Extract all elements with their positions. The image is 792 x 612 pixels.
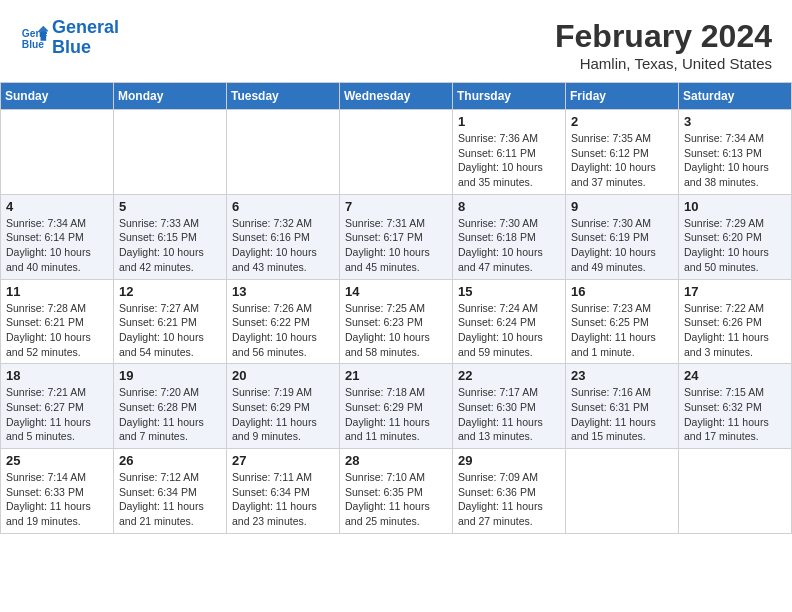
calendar-table: SundayMondayTuesdayWednesdayThursdayFrid… [0,82,792,534]
calendar-cell: 22Sunrise: 7:17 AM Sunset: 6:30 PM Dayli… [453,364,566,449]
day-info: Sunrise: 7:09 AM Sunset: 6:36 PM Dayligh… [458,470,560,529]
main-title: February 2024 [555,18,772,55]
calendar-cell: 14Sunrise: 7:25 AM Sunset: 6:23 PM Dayli… [340,279,453,364]
day-info: Sunrise: 7:14 AM Sunset: 6:33 PM Dayligh… [6,470,108,529]
calendar-cell: 21Sunrise: 7:18 AM Sunset: 6:29 PM Dayli… [340,364,453,449]
day-info: Sunrise: 7:20 AM Sunset: 6:28 PM Dayligh… [119,385,221,444]
day-number: 6 [232,199,334,214]
day-info: Sunrise: 7:11 AM Sunset: 6:34 PM Dayligh… [232,470,334,529]
calendar-cell: 9Sunrise: 7:30 AM Sunset: 6:19 PM Daylig… [566,194,679,279]
weekday-header-row: SundayMondayTuesdayWednesdayThursdayFrid… [1,83,792,110]
calendar-week-5: 25Sunrise: 7:14 AM Sunset: 6:33 PM Dayli… [1,449,792,534]
day-info: Sunrise: 7:22 AM Sunset: 6:26 PM Dayligh… [684,301,786,360]
calendar-week-1: 1Sunrise: 7:36 AM Sunset: 6:11 PM Daylig… [1,110,792,195]
calendar-cell [340,110,453,195]
subtitle: Hamlin, Texas, United States [555,55,772,72]
day-info: Sunrise: 7:29 AM Sunset: 6:20 PM Dayligh… [684,216,786,275]
day-number: 5 [119,199,221,214]
calendar-cell: 2Sunrise: 7:35 AM Sunset: 6:12 PM Daylig… [566,110,679,195]
day-info: Sunrise: 7:19 AM Sunset: 6:29 PM Dayligh… [232,385,334,444]
day-info: Sunrise: 7:31 AM Sunset: 6:17 PM Dayligh… [345,216,447,275]
day-number: 16 [571,284,673,299]
calendar-cell: 1Sunrise: 7:36 AM Sunset: 6:11 PM Daylig… [453,110,566,195]
day-number: 15 [458,284,560,299]
calendar-cell: 11Sunrise: 7:28 AM Sunset: 6:21 PM Dayli… [1,279,114,364]
calendar-cell: 16Sunrise: 7:23 AM Sunset: 6:25 PM Dayli… [566,279,679,364]
calendar-cell: 27Sunrise: 7:11 AM Sunset: 6:34 PM Dayli… [227,449,340,534]
day-info: Sunrise: 7:24 AM Sunset: 6:24 PM Dayligh… [458,301,560,360]
calendar-cell: 25Sunrise: 7:14 AM Sunset: 6:33 PM Dayli… [1,449,114,534]
day-number: 4 [6,199,108,214]
day-info: Sunrise: 7:12 AM Sunset: 6:34 PM Dayligh… [119,470,221,529]
day-info: Sunrise: 7:28 AM Sunset: 6:21 PM Dayligh… [6,301,108,360]
calendar-body: 1Sunrise: 7:36 AM Sunset: 6:11 PM Daylig… [1,110,792,534]
day-number: 1 [458,114,560,129]
day-info: Sunrise: 7:26 AM Sunset: 6:22 PM Dayligh… [232,301,334,360]
day-number: 12 [119,284,221,299]
day-number: 28 [345,453,447,468]
logo-text: GeneralBlue [52,18,119,58]
day-info: Sunrise: 7:15 AM Sunset: 6:32 PM Dayligh… [684,385,786,444]
title-block: February 2024 Hamlin, Texas, United Stat… [555,18,772,72]
calendar-cell: 10Sunrise: 7:29 AM Sunset: 6:20 PM Dayli… [679,194,792,279]
day-number: 11 [6,284,108,299]
day-number: 8 [458,199,560,214]
weekday-header-sunday: Sunday [1,83,114,110]
day-number: 13 [232,284,334,299]
day-info: Sunrise: 7:34 AM Sunset: 6:14 PM Dayligh… [6,216,108,275]
calendar-cell: 19Sunrise: 7:20 AM Sunset: 6:28 PM Dayli… [114,364,227,449]
calendar-cell: 12Sunrise: 7:27 AM Sunset: 6:21 PM Dayli… [114,279,227,364]
calendar-week-2: 4Sunrise: 7:34 AM Sunset: 6:14 PM Daylig… [1,194,792,279]
day-info: Sunrise: 7:30 AM Sunset: 6:18 PM Dayligh… [458,216,560,275]
day-number: 10 [684,199,786,214]
day-info: Sunrise: 7:18 AM Sunset: 6:29 PM Dayligh… [345,385,447,444]
calendar-cell: 5Sunrise: 7:33 AM Sunset: 6:15 PM Daylig… [114,194,227,279]
weekday-header-thursday: Thursday [453,83,566,110]
day-number: 19 [119,368,221,383]
calendar-cell [1,110,114,195]
day-info: Sunrise: 7:21 AM Sunset: 6:27 PM Dayligh… [6,385,108,444]
calendar-week-4: 18Sunrise: 7:21 AM Sunset: 6:27 PM Dayli… [1,364,792,449]
calendar-cell: 23Sunrise: 7:16 AM Sunset: 6:31 PM Dayli… [566,364,679,449]
calendar-cell [566,449,679,534]
day-info: Sunrise: 7:36 AM Sunset: 6:11 PM Dayligh… [458,131,560,190]
calendar-week-3: 11Sunrise: 7:28 AM Sunset: 6:21 PM Dayli… [1,279,792,364]
day-info: Sunrise: 7:34 AM Sunset: 6:13 PM Dayligh… [684,131,786,190]
day-info: Sunrise: 7:30 AM Sunset: 6:19 PM Dayligh… [571,216,673,275]
calendar-cell: 20Sunrise: 7:19 AM Sunset: 6:29 PM Dayli… [227,364,340,449]
weekday-header-friday: Friday [566,83,679,110]
day-info: Sunrise: 7:23 AM Sunset: 6:25 PM Dayligh… [571,301,673,360]
day-number: 7 [345,199,447,214]
day-number: 23 [571,368,673,383]
calendar-cell: 17Sunrise: 7:22 AM Sunset: 6:26 PM Dayli… [679,279,792,364]
calendar-cell: 15Sunrise: 7:24 AM Sunset: 6:24 PM Dayli… [453,279,566,364]
day-info: Sunrise: 7:33 AM Sunset: 6:15 PM Dayligh… [119,216,221,275]
day-info: Sunrise: 7:10 AM Sunset: 6:35 PM Dayligh… [345,470,447,529]
logo-icon: General Blue [20,24,48,52]
page-header: General Blue GeneralBlue February 2024 H… [0,0,792,82]
day-number: 17 [684,284,786,299]
weekday-header-wednesday: Wednesday [340,83,453,110]
day-number: 24 [684,368,786,383]
calendar-cell [679,449,792,534]
day-number: 20 [232,368,334,383]
day-number: 26 [119,453,221,468]
svg-text:Blue: Blue [22,39,45,50]
day-info: Sunrise: 7:17 AM Sunset: 6:30 PM Dayligh… [458,385,560,444]
day-number: 14 [345,284,447,299]
calendar-cell [114,110,227,195]
day-number: 2 [571,114,673,129]
day-info: Sunrise: 7:25 AM Sunset: 6:23 PM Dayligh… [345,301,447,360]
day-number: 22 [458,368,560,383]
day-info: Sunrise: 7:27 AM Sunset: 6:21 PM Dayligh… [119,301,221,360]
weekday-header-saturday: Saturday [679,83,792,110]
day-number: 3 [684,114,786,129]
calendar-cell: 24Sunrise: 7:15 AM Sunset: 6:32 PM Dayli… [679,364,792,449]
day-info: Sunrise: 7:32 AM Sunset: 6:16 PM Dayligh… [232,216,334,275]
day-info: Sunrise: 7:16 AM Sunset: 6:31 PM Dayligh… [571,385,673,444]
calendar-cell: 4Sunrise: 7:34 AM Sunset: 6:14 PM Daylig… [1,194,114,279]
day-info: Sunrise: 7:35 AM Sunset: 6:12 PM Dayligh… [571,131,673,190]
calendar-cell: 13Sunrise: 7:26 AM Sunset: 6:22 PM Dayli… [227,279,340,364]
day-number: 21 [345,368,447,383]
calendar-cell: 6Sunrise: 7:32 AM Sunset: 6:16 PM Daylig… [227,194,340,279]
